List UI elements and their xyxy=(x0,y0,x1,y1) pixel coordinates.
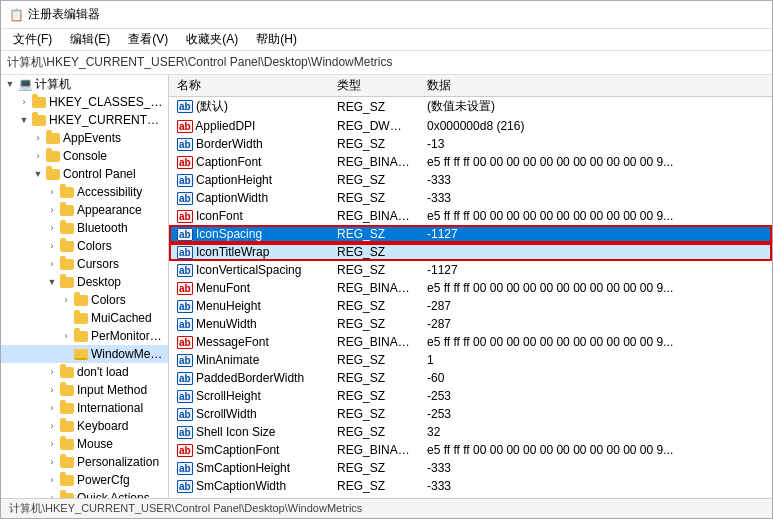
table-row[interactable]: ab CaptionHeightREG_SZ-333 xyxy=(169,171,772,189)
cell-name: ab CaptionFont xyxy=(169,153,329,171)
tree-expand-icon[interactable]: › xyxy=(45,457,59,467)
tree-node[interactable]: ▼💻计算机 xyxy=(1,75,168,93)
folder-icon xyxy=(59,491,75,498)
folder-icon xyxy=(59,275,75,289)
table-row[interactable]: ab CaptionFontREG_BINARYe5 ff ff ff 00 0… xyxy=(169,153,772,171)
cell-name: ab SmCaptionFont xyxy=(169,441,329,459)
tree-expand-icon[interactable]: › xyxy=(45,187,59,197)
menu-item[interactable]: 查看(V) xyxy=(120,29,176,50)
tree-node[interactable]: ›Input Method xyxy=(1,381,168,399)
folder-icon xyxy=(59,239,75,253)
tree-expand-icon[interactable]: › xyxy=(45,403,59,413)
table-row[interactable]: ab AppliedDPIREG_DWORD0x000000d8 (216) xyxy=(169,117,772,135)
table-row[interactable]: ab MenuHeightREG_SZ-287 xyxy=(169,297,772,315)
tree-node[interactable]: WindowMetrics xyxy=(1,345,168,363)
tree-expand-icon[interactable]: › xyxy=(45,241,59,251)
tree-node[interactable]: ▼Control Panel xyxy=(1,165,168,183)
table-row[interactable]: ab IconTitleWrapREG_SZ xyxy=(169,243,772,261)
table-row[interactable]: ab SmCaptionWidthREG_SZ-333 xyxy=(169,477,772,495)
tree-expand-icon[interactable]: › xyxy=(45,421,59,431)
tree-expand-icon[interactable]: › xyxy=(17,97,31,107)
cell-data: e5 ff ff ff 00 00 00 00 00 00 00 00 00 0… xyxy=(419,333,772,351)
table-row[interactable]: ab MenuFontREG_BINARYe5 ff ff ff 00 00 0… xyxy=(169,279,772,297)
tree-node[interactable]: ›Keyboard xyxy=(1,417,168,435)
tree-node-label: HKEY_CURRENT_USER xyxy=(49,113,164,127)
table-row[interactable]: ab MinAnimateREG_SZ1 xyxy=(169,351,772,369)
tree-node[interactable]: MuiCached xyxy=(1,309,168,327)
table-row[interactable]: ab IconVerticalSpacingREG_SZ-1127 xyxy=(169,261,772,279)
tree-expand-icon[interactable]: › xyxy=(31,133,45,143)
tree-expand-icon[interactable]: › xyxy=(45,439,59,449)
table-row[interactable]: ab BorderWidthREG_SZ-13 xyxy=(169,135,772,153)
menu-item[interactable]: 帮助(H) xyxy=(248,29,305,50)
tree-expand-icon[interactable]: › xyxy=(45,385,59,395)
menu-item[interactable]: 文件(F) xyxy=(5,29,60,50)
tree-node[interactable]: ›Appearance xyxy=(1,201,168,219)
table-row[interactable]: ab IconFontREG_BINARYe5 ff ff ff 00 00 0… xyxy=(169,207,772,225)
tree-node[interactable]: ›International xyxy=(1,399,168,417)
table-row[interactable]: ab CaptionWidthREG_SZ-333 xyxy=(169,189,772,207)
tree-node[interactable]: ›Console xyxy=(1,147,168,165)
tree-expand-icon[interactable]: ▼ xyxy=(17,115,31,125)
column-header-data[interactable]: 数据 xyxy=(419,75,772,97)
table-row[interactable]: ab ScrollHeightREG_SZ-253 xyxy=(169,387,772,405)
table-row[interactable]: ab MenuWidthREG_SZ-287 xyxy=(169,315,772,333)
reg-binary-icon: ab xyxy=(177,336,193,349)
tree-expand-icon[interactable]: › xyxy=(45,259,59,269)
table-row[interactable]: ab SmCaptionHeightREG_SZ-333 xyxy=(169,459,772,477)
tree-node[interactable]: ›Colors xyxy=(1,237,168,255)
reg-binary-icon: ab xyxy=(177,156,193,169)
tree-node[interactable]: ›AppEvents xyxy=(1,129,168,147)
folder-icon xyxy=(73,329,89,343)
table-row[interactable]: ab MessageFontREG_BINARYe5 ff ff ff 00 0… xyxy=(169,333,772,351)
tree-node[interactable]: ›don't load xyxy=(1,363,168,381)
cell-data: -60 xyxy=(419,369,772,387)
tree-expand-icon[interactable]: › xyxy=(45,223,59,233)
menu-item[interactable]: 编辑(E) xyxy=(62,29,118,50)
tree-expand-icon[interactable]: › xyxy=(59,331,73,341)
tree-node-label: MuiCached xyxy=(91,311,152,325)
tree-node[interactable]: ›HKEY_CLASSES_ROOT xyxy=(1,93,168,111)
tree-node[interactable]: ›Personalization xyxy=(1,453,168,471)
table-row[interactable]: ab PaddedBorderWidthREG_SZ-60 xyxy=(169,369,772,387)
cell-data: 1 xyxy=(419,351,772,369)
tree-node[interactable]: ▼Desktop xyxy=(1,273,168,291)
cell-data: e5 ff ff ff 00 00 00 00 00 00 00 00 00 0… xyxy=(419,279,772,297)
table-row[interactable]: ab IconSpacingREG_SZ-1127 xyxy=(169,225,772,243)
tree-expand-icon[interactable]: › xyxy=(45,205,59,215)
tree-node[interactable]: ›PerMonitorSettin xyxy=(1,327,168,345)
table-row[interactable]: ab (默认)REG_SZ(数值未设置) xyxy=(169,97,772,117)
tree-node[interactable]: ▼HKEY_CURRENT_USER xyxy=(1,111,168,129)
tree-expand-icon[interactable]: › xyxy=(59,295,73,305)
tree-node[interactable]: ›Accessibility xyxy=(1,183,168,201)
table-row[interactable]: ab SmCaptionFontREG_BINARYe5 ff ff ff 00… xyxy=(169,441,772,459)
column-header-type[interactable]: 类型 xyxy=(329,75,419,97)
tree-node[interactable]: ›PowerCfg xyxy=(1,471,168,489)
tree-expand-icon[interactable]: › xyxy=(45,475,59,485)
cell-name: ab IconVerticalSpacing xyxy=(169,261,329,279)
tree-expand-icon[interactable]: ▼ xyxy=(45,277,59,287)
table-row[interactable]: ab Shell Icon SizeREG_SZ32 xyxy=(169,423,772,441)
reg-type-icon: ab xyxy=(177,353,196,367)
tree-panel[interactable]: ▼💻计算机›HKEY_CLASSES_ROOT▼HKEY_CURRENT_USE… xyxy=(1,75,169,498)
menu-item[interactable]: 收藏夹(A) xyxy=(178,29,246,50)
cell-data: -253 xyxy=(419,405,772,423)
folder-icon xyxy=(59,419,75,433)
tree-expand-icon[interactable]: ▼ xyxy=(31,169,45,179)
tree-node-label: Personalization xyxy=(77,455,159,469)
table-row[interactable]: ab ScrollWidthREG_SZ-253 xyxy=(169,405,772,423)
reg-type-icon: ab xyxy=(177,335,196,349)
column-header-name[interactable]: 名称 xyxy=(169,75,329,97)
tree-expand-icon[interactable]: › xyxy=(45,367,59,377)
tree-node[interactable]: ›Bluetooth xyxy=(1,219,168,237)
data-panel[interactable]: 名称 类型 数据 ab (默认)REG_SZ(数值未设置)ab AppliedD… xyxy=(169,75,772,498)
registry-table: 名称 类型 数据 ab (默认)REG_SZ(数值未设置)ab AppliedD… xyxy=(169,75,772,498)
tree-node[interactable]: ›Mouse xyxy=(1,435,168,453)
reg-type-icon: ab xyxy=(177,209,196,223)
cell-data: -1127 xyxy=(419,261,772,279)
tree-expand-icon[interactable]: › xyxy=(31,151,45,161)
tree-node[interactable]: ›Quick Actions xyxy=(1,489,168,498)
tree-node[interactable]: ›Colors xyxy=(1,291,168,309)
tree-expand-icon[interactable]: ▼ xyxy=(3,79,17,89)
tree-node[interactable]: ›Cursors xyxy=(1,255,168,273)
